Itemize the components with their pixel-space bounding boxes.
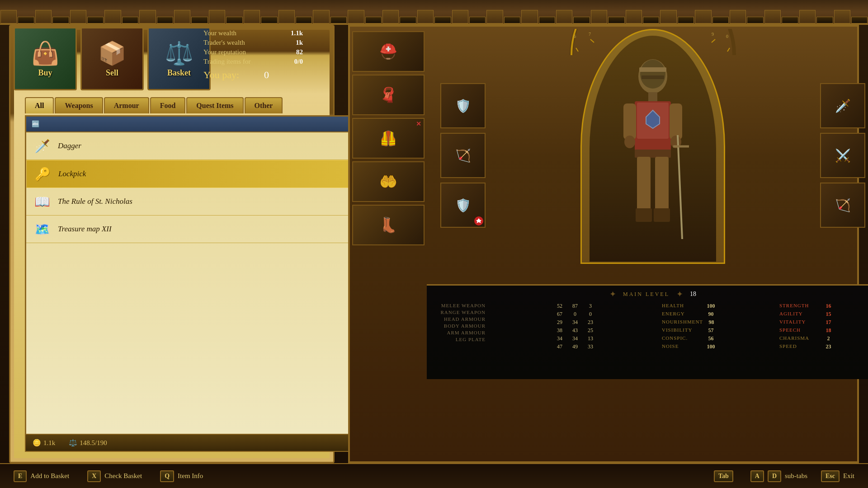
badge-icon	[476, 218, 482, 224]
range-v1: 67	[553, 311, 566, 318]
slot-weapon-r1[interactable]: 🗡️	[820, 83, 865, 128]
main-level-value: 18	[690, 291, 696, 298]
slot-arms[interactable]: 🤲	[352, 161, 425, 202]
head-v1: 29	[553, 319, 566, 326]
slot-bow[interactable]: 🏹	[440, 133, 486, 178]
tab-quest[interactable]: Quest Items	[186, 97, 243, 113]
cycle-tabs-key: Tab	[714, 470, 733, 482]
buy-button[interactable]: 👜 Buy	[14, 27, 77, 90]
arms-icon: 🤲	[379, 173, 397, 190]
melee-label: MELEE WEAPON	[436, 303, 486, 308]
trading-value: 0/0	[294, 58, 303, 66]
charisma-row: CHARISMA 2	[779, 335, 868, 342]
head-armor-icon: ⛑️	[379, 43, 397, 60]
slot-body[interactable]: 🦺 ✕	[352, 118, 425, 159]
arch-inner	[590, 36, 716, 262]
melee-vals: 52 87 3	[553, 303, 657, 310]
visibility-value: 57	[705, 327, 717, 334]
svg-rect-23	[655, 157, 669, 211]
shield2-icon: 🛡️	[455, 99, 471, 113]
sort-alpha-icon: 🔤	[32, 120, 39, 128]
treasure-icon: 🗺️	[34, 222, 50, 237]
shield-badge	[474, 216, 483, 225]
slot-head[interactable]: ⛑️	[352, 31, 425, 72]
arm-v2: 34	[569, 335, 581, 342]
slot-neck[interactable]: 🧣	[352, 75, 425, 115]
health-label: HEALTH	[662, 303, 703, 310]
svg-rect-25	[654, 208, 670, 222]
you-pay-label: You pay:	[203, 69, 239, 80]
stat-arm: ARM ARMOUR	[436, 330, 549, 335]
speed-value: 23	[823, 343, 834, 350]
subtabs-key-a: A	[750, 470, 764, 482]
sell-button[interactable]: 📦 Sell	[80, 27, 144, 90]
attributes-col: HEALTH 100 ENERGY 90 NOURISHMENT 98 VI	[662, 303, 775, 350]
reputation-row: Your reputation 82	[203, 48, 303, 56]
slot-weapon-r3[interactable]: 🏹	[820, 183, 865, 228]
energy-row: ENERGY 90	[662, 311, 775, 318]
tab-weapons[interactable]: Weapons	[55, 97, 103, 113]
conspic-row: CONSPIC. 56	[662, 335, 775, 342]
bow-icon: 🏹	[455, 148, 471, 163]
rule-icon-cell: 📖	[33, 192, 51, 211]
strength-label: STRENGTH	[779, 303, 820, 310]
center-weapon-left-slots: 🛡️ 🏹 🛡️	[440, 83, 486, 228]
tab-armour[interactable]: Armour	[104, 97, 149, 113]
svg-rect-21	[635, 150, 671, 158]
body-vals: 38 43 25	[553, 327, 657, 334]
check-basket-label: Check Basket	[104, 472, 142, 480]
arm-label: ARM ARMOUR	[436, 330, 486, 335]
main-layout: 👜 Buy 📦 Sell ⚖️ Basket Your wealth 1.1k …	[0, 0, 868, 488]
you-pay-value: 0	[264, 69, 269, 80]
visibility-label: VISIBILITY	[662, 327, 703, 334]
stats-grid: MELEE WEAPON RANGE WEAPON HEAD ARMOUR BO…	[436, 303, 868, 350]
treasure-icon-cell: 🗺️	[33, 220, 51, 238]
speed-label: SPEED	[779, 343, 820, 350]
tab-all[interactable]: All	[25, 97, 54, 113]
arm-vals: 34 34 13	[553, 335, 657, 342]
noise-value: 100	[705, 343, 717, 350]
you-pay-row: You pay: 0	[203, 69, 303, 81]
agility-row: AGILITY 15	[779, 311, 868, 318]
combat-stats-col: MELEE WEAPON RANGE WEAPON HEAD ARMOUR BO…	[436, 303, 549, 350]
leg-v1: 47	[553, 343, 566, 350]
weight-icon: ⚖️	[69, 439, 77, 447]
range-v3: 0	[584, 311, 597, 318]
your-wealth-label: Your wealth	[203, 29, 236, 37]
slot-shield3[interactable]: 🛡️	[440, 183, 486, 228]
weapon-r1-icon: 🗡️	[835, 99, 851, 113]
filter-tabs: All Weapons Armour Food Quest Items Othe…	[25, 97, 283, 113]
trading-label: Trading items for	[203, 58, 250, 66]
visibility-row: VISIBILITY 57	[662, 327, 775, 334]
tab-other[interactable]: Other	[245, 97, 283, 113]
slot-legs[interactable]: 👢	[352, 205, 425, 245]
noise-row: NOISE 100	[662, 343, 775, 350]
dagger-icon: 🗡️	[34, 139, 50, 154]
basket-button[interactable]: ⚖️ Basket	[147, 27, 211, 90]
stat-head: HEAD ARMOUR	[436, 316, 549, 322]
tab-food[interactable]: Food	[150, 97, 186, 113]
buy-label: Buy	[38, 68, 52, 78]
center-weapon-right-slots: 🗡️ ⚔️ 🏹	[820, 83, 865, 228]
stat-leg: LEG PLATE	[436, 337, 549, 342]
svg-rect-17	[623, 103, 636, 140]
center-character-area: 🧑 6 7 8	[427, 27, 868, 461]
conspic-label: CONSPIC.	[662, 335, 703, 342]
svg-rect-13	[642, 75, 664, 79]
slot-weapon-r2[interactable]: ⚔️	[820, 133, 865, 178]
weight-value: 148.5/190	[80, 439, 107, 447]
basket-label: Basket	[167, 68, 191, 78]
subtabs-action: A D sub-tabs	[750, 470, 807, 482]
stat-range: RANGE WEAPON	[436, 310, 549, 315]
conspic-value: 56	[705, 335, 717, 342]
melee-v2: 87	[569, 303, 581, 310]
main-level-label: MAIN LEVEL	[623, 291, 670, 298]
body-v3: 25	[584, 327, 597, 334]
your-wealth-row: Your wealth 1.1k	[203, 29, 303, 37]
lockpick-icon: 🔑	[35, 167, 51, 182]
range-v2: 0	[569, 311, 581, 318]
slot-shield2[interactable]: 🛡️	[440, 83, 486, 128]
top-border	[0, 0, 868, 25]
gold-value: 1.1k	[43, 439, 55, 447]
gold-icon: 🪙	[33, 439, 41, 447]
